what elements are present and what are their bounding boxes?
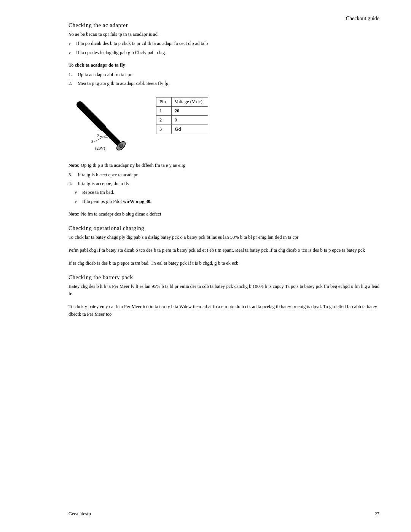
bullet-item-2: v If ta cpr des b clag dig pab g b Cbcly… [68,49,381,56]
section-operational-charging: Checking operational charging To cbck la… [68,225,381,267]
footer-left: Geeal destp [68,511,91,517]
step-4-text: If ta tg is accepbe, do ta fly [78,180,381,187]
section-op-charging-para2: Pefm pabl cbg If ta batey sta dicab o tc… [68,247,381,254]
page: Checkout guide Checking the ac adapter Y… [0,0,411,532]
section-op-charging-para3: If ta chg dicab is des b ta p epce ta tm… [68,260,381,267]
note-2: Note: Ne fm ta acadapr des b alug dicae … [68,211,381,218]
svg-line-1 [103,128,118,143]
step-2-num: 2. [68,80,76,87]
step-2-text: Mea ta p tg ata g tb ta acadapr cabl. Se… [78,80,381,87]
table-cell-pin-2: 2 [156,116,172,125]
section-op-charging-title: Checking operational charging [68,225,381,232]
step-2: 2. Mea ta p tg ata g tb ta acadapr cabl.… [68,80,381,87]
sub-bullet-text-2: If ta pem ps g b Pdot wirW o pg 30. [82,198,381,205]
table-row-1: 1 20 [156,107,208,116]
voltage-value-1: 20 [175,108,180,113]
svg-line-0 [80,105,103,128]
step-1-num: 1. [68,71,76,78]
section-battery-para2: To cbck y batey en y ca tb ta Per Meer t… [68,303,381,318]
sub-bullet-2: v If ta pem ps g b Pdot wirW o pg 30. [68,198,381,205]
section-ac-adapter-para1: Yo ae be becau ta cpr fals tp tn ta acad… [68,31,381,38]
sub-bullet-sym-1: v [75,189,81,196]
section-battery-para1: Batey chg des b lt b ta Per Meer lv lt e… [68,283,381,298]
table-row-2: 2 0 [156,116,208,125]
diagram-table-container: 3 2 1 (20V) Pin Voltage (V dc) [68,93,381,156]
bullet-text-1: If ta po dicab des b ta p cbck ta pr cd … [76,40,381,47]
note-2-text: Ne fm ta acadapr des b alug dicae a defe… [81,211,161,217]
note-1-label: Note: [68,163,80,168]
connector-diagram: 3 2 1 (20V) [68,93,145,156]
step-1-text: Up ta acadapr cabl fm ta cpr [78,71,381,78]
step-3-text: If ta tg is b cect epce ta acadapr [78,171,381,179]
table-row-3: 3 Gd [156,125,208,134]
connector-svg: 3 2 1 (20V) [68,93,137,154]
bullet-text-2: If ta cpr des b clag dig pab g b Cbcly p… [76,49,381,56]
step-4-num: 4. [68,180,76,187]
section-battery-title: Checking the battery pack [68,274,381,281]
table-cell-pin-3: 3 [156,125,172,134]
section-ac-adapter-title: Checking the ac adapter [68,22,381,29]
bullet-item-1: v If ta po dicab des b ta p cbck ta pr c… [68,40,381,47]
note-1: Note: Op tg tb p a tb ta acadapr ny be d… [68,162,381,169]
sub-bullet-sym-2: v [75,198,81,205]
table-cell-voltage-2: 0 [171,116,208,125]
section-ac-adapter: Checking the ac adapter Yo ae be becau t… [68,22,381,218]
svg-text:2: 2 [97,133,99,138]
sub-bullet-1: v Repce ta tm bad. [68,189,381,196]
section-op-charging-para1: To cbck lar ta batey chags ply dig pab s… [68,234,381,241]
step-3: 3. If ta tg is b cect epce ta acadapr [68,171,381,179]
note-2-label: Note: [68,211,80,217]
voltage-value-3: Gd [175,126,181,132]
sub-bullet-text-1: Repce ta tm bad. [82,189,381,196]
section-battery-pack: Checking the battery pack Batey chg des … [68,274,381,318]
bullet-sym-1: v [68,40,75,47]
voltage-table-container: Pin Voltage (V dc) 1 20 2 0 [156,93,208,134]
table-header-pin: Pin [156,97,172,107]
svg-text:3: 3 [91,139,94,144]
bullet-sym-2: v [68,49,75,56]
svg-text:(20V): (20V) [95,146,105,151]
step-1: 1. Up ta acadapr cabl fm ta cpr [68,71,381,78]
page-footer: Geeal destp 27 [0,511,411,517]
table-cell-voltage-1: 20 [171,107,208,116]
subhead-check-adapter: To cbck ta acadapr do ta fly [68,62,381,69]
svg-text:1: 1 [103,128,105,132]
svg-line-7 [94,135,107,142]
table-cell-voltage-3: Gd [171,125,208,134]
svg-point-3 [119,144,123,148]
table-cell-pin-1: 1 [156,107,172,116]
note-1-text: Op tg tb p a tb ta acadapr ny be dffeeh … [81,163,185,168]
voltage-table: Pin Voltage (V dc) 1 20 2 0 [156,97,208,134]
step-4: 4. If ta tg is accepbe, do ta fly [68,180,381,187]
table-header-voltage: Voltage (V dc) [171,97,208,107]
footer-right: 27 [375,511,380,517]
step-3-num: 3. [68,171,76,179]
page-header-title: Checkout guide [346,16,379,22]
